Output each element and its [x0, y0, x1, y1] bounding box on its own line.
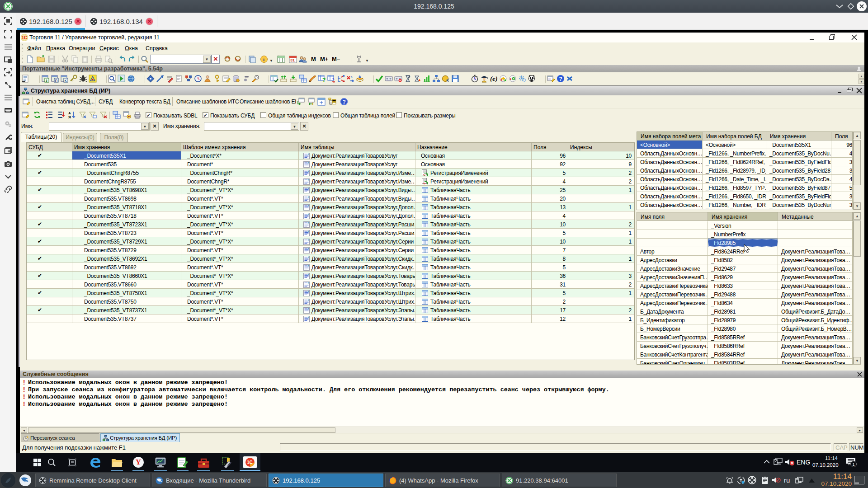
- svg-text:1: 1: [853, 462, 855, 467]
- svg-text:А: А: [68, 111, 71, 115]
- svg-text:(e): (e): [490, 75, 498, 83]
- svg-text:x: x: [351, 75, 353, 78]
- svg-text:3: 3: [46, 79, 48, 83]
- svg-text:1С: 1С: [247, 460, 253, 465]
- svg-text:Я: Я: [68, 115, 71, 119]
- svg-text:?: ?: [322, 77, 326, 83]
- svg-text:?: ?: [343, 99, 346, 105]
- svg-text:31: 31: [290, 58, 295, 62]
- svg-text:1С: 1С: [22, 35, 28, 40]
- svg-text:z: z: [409, 75, 410, 79]
- svg-text:i: i: [263, 56, 264, 62]
- svg-text:К: К: [65, 79, 67, 83]
- svg-text:П: П: [55, 79, 58, 83]
- svg-text:?: ?: [559, 76, 562, 82]
